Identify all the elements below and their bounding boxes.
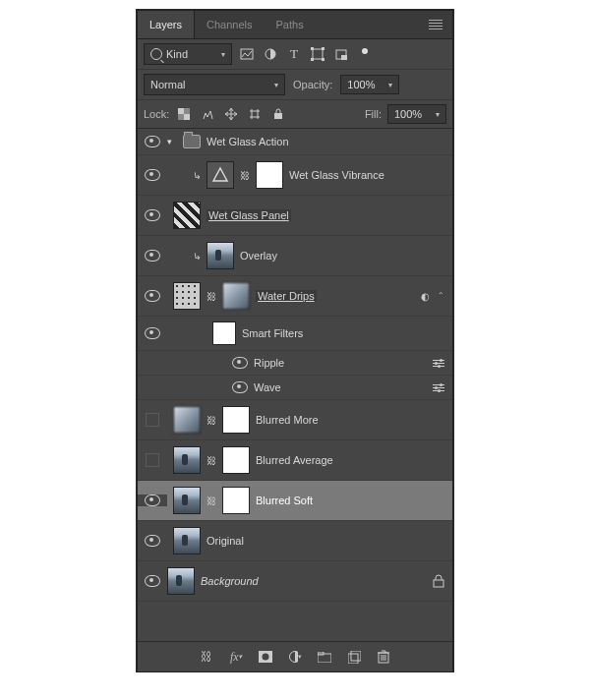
filter-pixel-icon[interactable] <box>238 45 256 63</box>
visibility-toggle[interactable] <box>145 209 160 221</box>
mask-thumb[interactable] <box>222 446 250 474</box>
svg-rect-21 <box>351 651 361 661</box>
tab-layers[interactable]: Layers <box>138 11 195 38</box>
visibility-toggle[interactable] <box>145 575 160 587</box>
layer-name[interactable]: Original <box>206 535 244 547</box>
filter-kind-select[interactable]: Kind ▾ <box>144 43 232 65</box>
layer-group-wet-glass[interactable]: ▾ Wet Glass Action <box>138 129 452 155</box>
layer-vibrance[interactable]: ↳ ⛓ Wet Glass Vibrance <box>138 155 452 196</box>
layer-name[interactable]: Wet Glass Action <box>206 136 289 147</box>
svg-rect-10 <box>178 108 184 114</box>
filter-toggle-dot[interactable] <box>356 45 374 63</box>
lock-position-icon[interactable] <box>222 105 240 123</box>
new-layer-icon[interactable] <box>347 650 361 664</box>
layer-name[interactable]: Water Drips <box>256 290 317 302</box>
filter-kind-label: Kind <box>166 48 188 60</box>
smart-filters-label: Smart Filters <box>242 327 303 339</box>
visibility-toggle[interactable] <box>145 327 160 339</box>
layer-name[interactable]: Background <box>201 575 259 587</box>
panel-tabs: Layers Channels Paths <box>138 11 452 39</box>
mask-thumb[interactable] <box>222 487 250 514</box>
layer-thumb[interactable] <box>173 406 201 434</box>
visibility-toggle[interactable] <box>145 250 160 262</box>
visibility-toggle[interactable] <box>146 453 159 467</box>
panel-menu-icon[interactable] <box>419 20 452 29</box>
filter-shape-icon[interactable] <box>309 45 326 63</box>
filter-name[interactable]: Wave <box>254 381 281 393</box>
layers-panel: Layers Channels Paths Kind ▾ T Normal ▾ … <box>137 10 453 672</box>
add-mask-icon[interactable] <box>259 650 272 664</box>
layer-thumb[interactable] <box>173 446 201 474</box>
layer-name[interactable]: Blurred Soft <box>256 495 313 506</box>
chevron-down-icon: ▾ <box>388 81 392 89</box>
tab-channels[interactable]: Channels <box>195 11 264 38</box>
filter-settings-icon[interactable] <box>433 360 444 367</box>
visibility-toggle[interactable] <box>146 413 159 427</box>
filter-type-icon[interactable]: T <box>285 45 303 63</box>
visibility-toggle[interactable] <box>232 357 248 369</box>
layer-original[interactable]: Original <box>138 521 452 561</box>
lock-artboard-icon[interactable] <box>246 105 264 123</box>
chevron-down-icon: ▾ <box>221 50 225 59</box>
layer-water-drips[interactable]: ⛓ Water Drips ◐ ⌃ <box>138 276 452 317</box>
lock-label: Lock: <box>144 108 169 120</box>
clipping-icon: ↳ <box>192 250 202 262</box>
layer-name[interactable]: Overlay <box>240 250 277 262</box>
filter-smartobject-icon[interactable] <box>332 45 350 63</box>
layer-thumb[interactable] <box>206 242 234 269</box>
mask-thumb[interactable] <box>222 406 250 434</box>
mask-thumb[interactable] <box>222 282 250 310</box>
layer-name[interactable]: Blurred More <box>256 414 319 426</box>
new-group-icon[interactable] <box>318 650 331 664</box>
layer-overlay[interactable]: ↳ Overlay <box>138 236 452 276</box>
opacity-input[interactable]: 100% ▾ <box>340 75 399 94</box>
layer-thumb[interactable] <box>167 567 195 595</box>
svg-rect-20 <box>348 654 358 664</box>
layer-thumb[interactable] <box>173 527 201 554</box>
smart-filter-badge[interactable]: ◐ <box>421 291 430 302</box>
clipping-icon: ↳ <box>192 169 202 181</box>
link-icon: ⛓ <box>240 170 250 181</box>
lock-transparency-icon[interactable] <box>175 105 193 123</box>
layer-thumb[interactable] <box>173 487 201 514</box>
new-adjustment-icon[interactable]: ▾ <box>288 650 302 664</box>
layer-blurred-average[interactable]: ⛓ Blurred Average <box>138 440 452 481</box>
fill-value: 100% <box>394 108 422 120</box>
layer-blurred-more[interactable]: ⛓ Blurred More <box>138 400 452 440</box>
disclosure-triangle[interactable]: ▾ <box>167 137 177 146</box>
layer-filter-row: Kind ▾ T <box>138 39 452 70</box>
layer-blurred-soft[interactable]: ⛓ Blurred Soft <box>138 481 452 521</box>
layer-wet-glass-panel[interactable]: Wet Glass Panel <box>138 196 452 236</box>
layer-effects-icon[interactable]: fx▾ <box>229 650 243 664</box>
filter-ripple[interactable]: Ripple <box>138 351 452 376</box>
mask-thumb[interactable] <box>256 161 283 189</box>
lock-image-icon[interactable] <box>199 105 216 123</box>
layer-name[interactable]: Wet Glass Vibrance <box>289 169 384 181</box>
filter-name[interactable]: Ripple <box>254 357 284 369</box>
visibility-toggle[interactable] <box>145 495 160 506</box>
visibility-toggle[interactable] <box>145 136 160 147</box>
visibility-toggle[interactable] <box>145 535 160 547</box>
opacity-label: Opacity: <box>293 79 332 90</box>
visibility-toggle[interactable] <box>145 290 160 302</box>
layer-background[interactable]: Background <box>138 561 452 602</box>
delete-layer-icon[interactable] <box>377 650 390 664</box>
layer-name[interactable]: Wet Glass Panel <box>206 209 291 221</box>
fill-input[interactable]: 100% ▾ <box>387 104 446 124</box>
expand-filters-icon[interactable]: ⌃ <box>438 291 444 302</box>
opacity-value: 100% <box>347 79 375 90</box>
filter-settings-icon[interactable] <box>433 384 444 391</box>
tab-paths[interactable]: Paths <box>265 11 316 38</box>
filter-adjustment-icon[interactable] <box>262 45 279 63</box>
filter-mask-thumb[interactable] <box>212 321 236 345</box>
smart-filters-row[interactable]: Smart Filters <box>138 317 452 351</box>
layer-thumb[interactable] <box>173 202 201 229</box>
filter-wave[interactable]: Wave <box>138 376 452 400</box>
visibility-toggle[interactable] <box>232 381 248 393</box>
layer-thumb[interactable] <box>173 282 201 310</box>
layer-name[interactable]: Blurred Average <box>256 454 333 466</box>
lock-all-icon[interactable] <box>269 105 287 123</box>
blend-mode-select[interactable]: Normal ▾ <box>144 74 285 95</box>
link-layers-icon[interactable]: ⛓ <box>200 650 213 664</box>
visibility-toggle[interactable] <box>145 169 160 181</box>
